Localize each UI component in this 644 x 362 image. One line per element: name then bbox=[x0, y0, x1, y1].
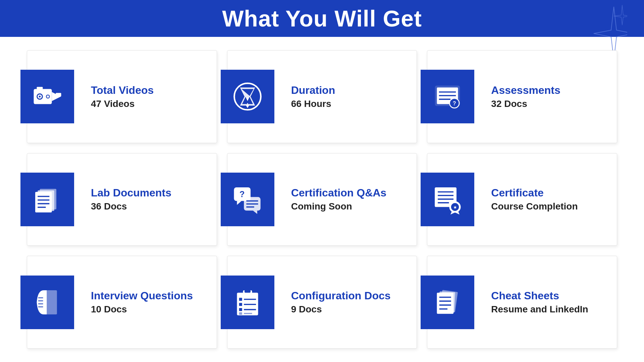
svg-rect-25 bbox=[35, 192, 52, 212]
card-cheat-sheets-content: Cheat Sheets Resume and LinkedIn bbox=[491, 290, 588, 315]
card-interview-questions: Interview Questions 10 Docs bbox=[27, 256, 217, 349]
page-title: What You Will Get bbox=[222, 5, 422, 32]
card-cheat-sheets: Cheat Sheets Resume and LinkedIn bbox=[427, 256, 617, 349]
card-assessments-content: Assessments 32 Docs bbox=[491, 84, 560, 109]
svg-marker-31 bbox=[237, 201, 241, 205]
svg-rect-63 bbox=[239, 312, 242, 314]
card-duration-title: Duration bbox=[291, 84, 335, 97]
papers-icon bbox=[421, 276, 474, 329]
card-assessments-title: Assessments bbox=[491, 84, 560, 97]
book-icon bbox=[20, 276, 74, 329]
chat-question-icon: ? bbox=[221, 173, 274, 226]
card-duration-content: Duration 66 Hours bbox=[291, 84, 335, 109]
card-interview-questions-content: Interview Questions 10 Docs bbox=[91, 290, 193, 315]
svg-rect-59 bbox=[239, 303, 242, 306]
card-lab-documents: Lab Documents 36 Docs bbox=[27, 153, 217, 246]
svg-text:★: ★ bbox=[453, 205, 457, 210]
card-certificate-title: Certificate bbox=[491, 187, 578, 199]
card-configuration-docs: Configuration Docs 9 Docs bbox=[227, 256, 417, 349]
video-camera-icon bbox=[20, 70, 74, 123]
card-certification-qas-subtitle: Coming Soon bbox=[291, 201, 386, 212]
documents-icon bbox=[20, 173, 74, 226]
certificate-icon: ★ bbox=[421, 173, 474, 226]
svg-rect-6 bbox=[37, 87, 43, 89]
card-configuration-docs-subtitle: 9 Docs bbox=[291, 304, 391, 315]
cards-grid: Total Videos 47 Videos Dura bbox=[0, 37, 644, 362]
card-cheat-sheets-title: Cheat Sheets bbox=[491, 290, 588, 302]
svg-text:?: ? bbox=[453, 100, 456, 106]
card-configuration-docs-content: Configuration Docs 9 Docs bbox=[291, 290, 391, 315]
assessment-icon: ? bbox=[421, 70, 474, 123]
svg-marker-34 bbox=[253, 210, 257, 214]
card-duration: Duration 66 Hours bbox=[227, 50, 417, 143]
svg-text:?: ? bbox=[239, 189, 245, 199]
card-total-videos: Total Videos 47 Videos bbox=[27, 50, 217, 143]
card-certificate-content: Certificate Course Completion bbox=[491, 187, 578, 212]
card-total-videos-content: Total Videos 47 Videos bbox=[91, 84, 154, 109]
card-certification-qas-content: Certification Q&As Coming Soon bbox=[291, 187, 386, 212]
card-certificate-subtitle: Course Completion bbox=[491, 201, 578, 212]
svg-point-5 bbox=[47, 96, 49, 98]
card-assessments-subtitle: 32 Docs bbox=[491, 99, 560, 109]
hourglass-icon bbox=[221, 70, 274, 123]
card-certificate: ★ Certificate Course Completion bbox=[427, 153, 617, 246]
svg-marker-15 bbox=[246, 105, 249, 108]
card-configuration-docs-title: Configuration Docs bbox=[291, 290, 391, 302]
svg-point-3 bbox=[39, 96, 41, 98]
page-header: What You Will Get bbox=[0, 0, 644, 37]
svg-rect-57 bbox=[239, 298, 242, 301]
card-total-videos-subtitle: 47 Videos bbox=[91, 99, 154, 109]
svg-rect-67 bbox=[437, 293, 454, 314]
card-cheat-sheets-subtitle: Resume and LinkedIn bbox=[491, 304, 588, 315]
card-lab-documents-subtitle: 36 Docs bbox=[91, 201, 171, 212]
card-total-videos-title: Total Videos bbox=[91, 84, 154, 97]
card-assessments: ? Assessments 32 Docs bbox=[427, 50, 617, 143]
clipboard-icon bbox=[221, 276, 274, 329]
card-duration-subtitle: 66 Hours bbox=[291, 99, 335, 109]
card-certification-qas: ? Certification Q&As Coming Soon bbox=[227, 153, 417, 246]
card-certification-qas-title: Certification Q&As bbox=[291, 187, 386, 199]
svg-rect-56 bbox=[245, 290, 251, 293]
card-interview-questions-subtitle: 10 Docs bbox=[91, 304, 193, 315]
card-lab-documents-title: Lab Documents bbox=[91, 187, 171, 199]
card-lab-documents-content: Lab Documents 36 Docs bbox=[91, 187, 171, 212]
svg-rect-61 bbox=[239, 308, 242, 311]
card-interview-questions-title: Interview Questions bbox=[91, 290, 193, 302]
